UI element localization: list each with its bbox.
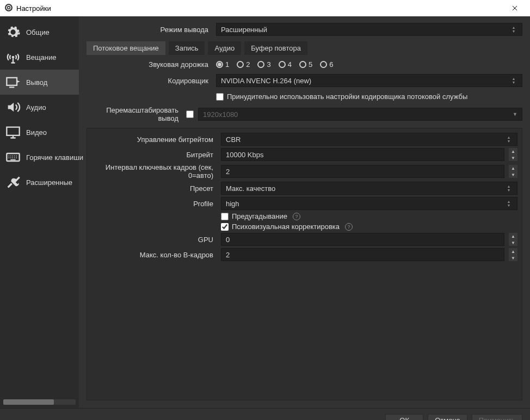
audio-track-label: Звуковая дорожка [87, 60, 212, 69]
sidebar-item-output[interactable]: Вывод [0, 70, 79, 95]
keyframe-label: Интервал ключевых кадров (сек, 0=авто) [91, 163, 217, 180]
output-tabs: Потоковое вещание Запись Аудио Буфер пов… [87, 41, 522, 55]
lookahead-label: Предугадывание [232, 212, 287, 220]
chevron-down-icon: ▼ [513, 112, 517, 117]
sidebar-item-label: Расширенные [26, 178, 72, 187]
sidebar-item-label: Горячие клавиши [26, 153, 83, 162]
output-mode-label: Режим вывода [87, 26, 212, 34]
rescale-checkbox[interactable] [186, 110, 194, 118]
keyframe-input[interactable]: 2 [221, 165, 504, 178]
force-service-label: Принудительно использовать настройки код… [227, 92, 467, 101]
bitrate-spinner[interactable]: ▲▼ [509, 148, 517, 161]
monitor-icon [5, 125, 21, 140]
gpu-input[interactable]: 0 [221, 233, 504, 246]
tab-audio[interactable]: Аудио [208, 41, 241, 55]
sidebar-item-advanced[interactable]: Расширенные [0, 170, 79, 195]
sidebar-item-label: Аудио [26, 103, 46, 112]
sidebar-item-stream[interactable]: Вещание [0, 45, 79, 70]
titlebar: Настройки [0, 0, 530, 16]
encoder-settings-panel: Управление битрейтом CBR ▲▼ Битрейт 1000… [87, 128, 522, 400]
dialog-footer: ОК Отмена Применить [0, 408, 530, 420]
psycho-checkbox[interactable] [221, 223, 229, 231]
svg-rect-5 [7, 127, 19, 135]
svg-point-2 [8, 7, 10, 8]
cancel-button[interactable]: Отмена [428, 414, 467, 421]
psycho-label: Психовизуальная корректировка [232, 223, 340, 231]
audio-track-3[interactable]: 3 [257, 60, 270, 69]
sidebar-item-label: Вывод [26, 78, 47, 87]
bframes-input[interactable]: 2 [221, 248, 504, 261]
gear-icon [5, 24, 21, 40]
bitrate-label: Битрейт [91, 151, 217, 159]
gpu-label: GPU [91, 236, 217, 244]
help-icon[interactable]: ? [345, 223, 353, 231]
lookahead-checkbox[interactable] [221, 213, 229, 220]
sidebar-item-video[interactable]: Видео [0, 120, 79, 145]
output-icon [5, 75, 21, 90]
chevron-icon: ▲▼ [505, 200, 513, 207]
app-icon [4, 3, 13, 14]
preset-select[interactable]: Макс. качество ▲▼ [221, 182, 517, 195]
tab-recording[interactable]: Запись [169, 41, 205, 55]
close-button[interactable] [504, 0, 526, 16]
gpu-spinner[interactable]: ▲▼ [509, 233, 517, 246]
svg-rect-4 [7, 78, 17, 85]
tab-replay-buffer[interactable]: Буфер повтора [244, 41, 307, 55]
audio-track-4[interactable]: 4 [279, 60, 292, 69]
audio-track-2[interactable]: 2 [237, 60, 250, 69]
chevron-icon: ▲▼ [510, 77, 517, 84]
preset-label: Пресет [91, 184, 217, 193]
sidebar-item-label: Вещание [26, 53, 57, 61]
window-title: Настройки [16, 4, 51, 13]
bitrate-control-select[interactable]: CBR ▲▼ [221, 133, 517, 146]
sidebar-item-audio[interactable]: Аудио [0, 95, 79, 120]
rescale-select[interactable]: 1920x1080 ▼ [198, 108, 522, 121]
broadcast-icon [5, 50, 21, 65]
chevron-icon: ▲▼ [510, 26, 517, 33]
sidebar-scrollbar[interactable] [3, 399, 76, 405]
speaker-icon [5, 100, 21, 115]
keyboard-icon [5, 150, 21, 165]
chevron-icon: ▲▼ [505, 136, 513, 143]
audio-track-1[interactable]: 1 [216, 60, 229, 69]
bframes-label: Макс. кол-во B-кадров [91, 251, 217, 259]
rescale-label: Перемасштабировать вывод [87, 106, 182, 122]
audio-track-6[interactable]: 6 [320, 60, 333, 69]
audio-track-radios: 1 2 3 4 5 6 [216, 60, 522, 69]
encoder-select[interactable]: NVIDIA NVENC H.264 (new) ▲▼ [216, 74, 522, 87]
svg-point-3 [12, 56, 15, 59]
sidebar-item-general[interactable]: Общие [0, 20, 79, 45]
main-content: Режим вывода Расширенный ▲▼ Потоковое ве… [79, 16, 530, 408]
bframes-spinner[interactable]: ▲▼ [509, 248, 517, 261]
sidebar: Общие Вещание Вывод Аудио Видео Горячие … [0, 16, 79, 408]
audio-track-5[interactable]: 5 [299, 60, 312, 69]
sidebar-item-label: Видео [26, 128, 47, 137]
tab-streaming[interactable]: Потоковое вещание [87, 41, 165, 55]
bitrate-input[interactable]: 10000 Kbps [221, 148, 504, 161]
help-icon[interactable]: ? [293, 213, 300, 220]
output-mode-select[interactable]: Расширенный ▲▼ [216, 23, 522, 36]
encoder-label: Кодировщик [87, 77, 212, 85]
profile-label: Profile [91, 200, 217, 208]
profile-select[interactable]: high ▲▼ [221, 197, 517, 210]
force-service-checkbox[interactable] [216, 93, 224, 101]
chevron-icon: ▲▼ [505, 185, 513, 192]
sidebar-item-hotkeys[interactable]: Горячие клавиши [0, 145, 79, 170]
apply-button[interactable]: Применить [472, 414, 522, 421]
tools-icon [5, 175, 21, 190]
bitrate-control-label: Управление битрейтом [91, 135, 217, 144]
sidebar-item-label: Общие [26, 28, 50, 36]
ok-button[interactable]: ОК [385, 414, 423, 421]
keyframe-spinner[interactable]: ▲▼ [509, 165, 517, 178]
